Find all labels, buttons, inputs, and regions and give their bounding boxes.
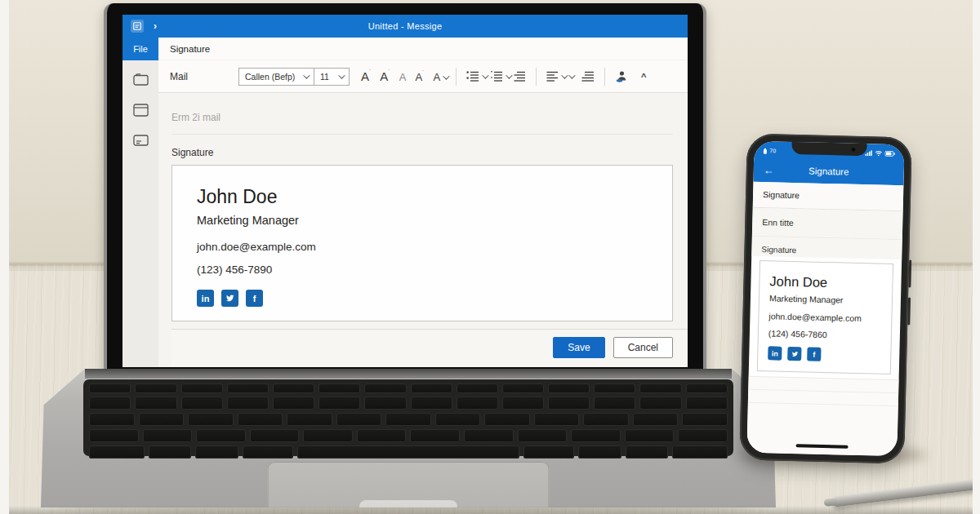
keyboard-key (336, 413, 382, 426)
keyboard-key (484, 413, 530, 426)
toolbar-divider (536, 68, 537, 86)
window-title: Unitted - Messige (122, 21, 688, 31)
signature-job-title: Marketing Manager (197, 214, 648, 227)
font-size-value: 11 (320, 72, 329, 82)
numbered-list-button[interactable] (488, 69, 512, 83)
keyboard-key (238, 413, 283, 426)
chevron-down-icon (568, 72, 575, 78)
shrink-font-button[interactable]: A˙ (380, 69, 390, 83)
keyboard-key (548, 383, 590, 393)
keyboard-key (357, 429, 407, 442)
collapse-ribbon-button[interactable]: ^ (641, 72, 646, 82)
keyboard-key (149, 445, 191, 459)
keyboard-key (195, 445, 238, 459)
phone-page-title: Signature (754, 165, 904, 178)
bottom-shadow (0, 506, 980, 514)
tab-file[interactable]: File (122, 38, 158, 60)
phone-row-signature[interactable]: Signature (753, 182, 904, 211)
toolbar-divider (604, 68, 605, 86)
keyboard-key (594, 383, 635, 393)
keyboard-key (518, 429, 568, 442)
keyboard-key (625, 429, 675, 442)
linkedin-icon[interactable]: in (197, 290, 214, 307)
keyboard-key (297, 445, 519, 459)
battery-pin-icon (763, 148, 767, 154)
keyboard-key (686, 383, 728, 393)
phone-signature-card[interactable]: John Doe Marketing Manager john.doe@exam… (757, 260, 893, 374)
folder-icon[interactable] (133, 73, 149, 86)
indent-button[interactable] (580, 69, 596, 83)
camera-dot (851, 148, 855, 152)
keyboard-key (89, 383, 131, 393)
keyboard-key (89, 413, 135, 426)
keyboard-key (364, 397, 406, 410)
tab-signature[interactable]: Signature (170, 44, 210, 54)
email-title-field[interactable]: Erm 2i mail (172, 103, 673, 135)
window-panel-icon[interactable] (133, 104, 149, 117)
font-color-button[interactable]: A (433, 71, 448, 83)
keyboard-key (534, 413, 580, 426)
formatting-toolbar: Mail Callen (Befp) 11 A˙ A˙ A (158, 60, 688, 93)
grow-font-button[interactable]: A˙ (361, 69, 371, 83)
twitter-icon[interactable] (221, 290, 238, 307)
twitter-icon[interactable] (787, 347, 801, 361)
signal-icon (865, 150, 872, 156)
font-size-select[interactable]: 11 (314, 68, 350, 86)
keyboard-key (678, 429, 728, 442)
facebook-icon[interactable]: f (807, 347, 821, 361)
keyboard-key (457, 397, 498, 410)
signature-name: John Doe (197, 186, 648, 208)
dialog-footer: Save Cancel (172, 329, 688, 367)
keyboard-key (411, 383, 452, 393)
keyboard-key (303, 429, 353, 442)
image-left-border (0, 0, 9, 514)
phone-row-enn-titte[interactable]: Enn titte (752, 208, 903, 240)
keyboard-key (135, 383, 176, 393)
chevron-down-icon (443, 73, 449, 79)
phone-signature-name: John Doe (769, 273, 882, 291)
keyboard-key (639, 397, 681, 410)
keyboard-key (273, 383, 314, 393)
keyboard-key (196, 429, 246, 442)
back-arrow-icon[interactable]: ← (764, 165, 774, 175)
keyboard-key (89, 445, 145, 459)
keyboard-key (583, 413, 629, 426)
phone-signature-job-title: Marketing Manager (769, 293, 882, 305)
facebook-icon[interactable]: f (246, 290, 263, 307)
linkedin-icon[interactable]: in (768, 346, 782, 360)
keyboard-key (626, 445, 668, 459)
keyboard-key (243, 445, 294, 459)
signature-editor[interactable]: John Doe Marketing Manager john.doe@exam… (172, 165, 673, 321)
save-button[interactable]: Save (553, 337, 604, 358)
multilevel-list-button[interactable] (512, 69, 528, 83)
signature-field-label: Signature (172, 147, 688, 158)
font-family-select[interactable]: Callen (Befp) (238, 68, 314, 86)
smartphone: 70 ← Signature Signature Enn titte Signa… (739, 134, 912, 464)
keyboard-key (464, 429, 514, 442)
note-icon[interactable] (133, 135, 149, 146)
keyboard-key (457, 383, 498, 393)
clear-format-button[interactable]: A (399, 71, 407, 83)
wifi-icon (875, 150, 882, 156)
keyboard-key (411, 397, 452, 410)
keyboard-key (227, 383, 269, 393)
superscript-button[interactable]: A˙ (415, 71, 424, 83)
keyboard-key (639, 383, 681, 393)
battery-icon (884, 151, 895, 157)
keyboard-key (318, 397, 360, 410)
keyboard-key (273, 397, 314, 410)
keyboard-key (227, 397, 269, 410)
bullet-list-button[interactable] (465, 69, 488, 83)
image-right-border (973, 0, 980, 514)
cancel-button[interactable]: Cancel (613, 337, 673, 358)
phone-screen: 70 ← Signature Signature Enn titte Signa… (746, 141, 904, 456)
phone-notch (791, 142, 866, 156)
laptop-hinge (85, 369, 732, 379)
keyboard-key (548, 397, 590, 410)
keyboard-key (181, 383, 223, 393)
signature-person-button[interactable] (613, 69, 630, 84)
keyboard-key (682, 413, 728, 426)
keyboard-key (89, 429, 139, 442)
align-left-button[interactable] (545, 69, 575, 83)
keyboard-key (318, 383, 360, 393)
